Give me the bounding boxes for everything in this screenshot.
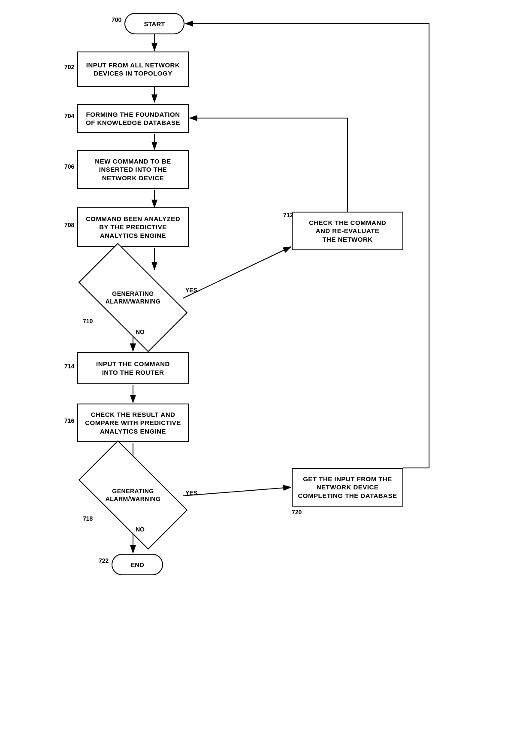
node-716: CHECK THE RESULT ANDCOMPARE WITH PREDICT… [77,404,189,442]
node-704: FORMING THE FOUNDATIONOF KNOWLEDGE DATAB… [77,104,189,133]
node-718-label: GENERATINGALARM/WARNING [106,487,161,503]
node-id-700: 700 [112,16,121,23]
svg-line-6 [183,247,291,298]
node-708: COMMAND BEEN ANALYZEDBY THE PREDICTIVEAN… [77,207,189,247]
node-712-label: CHECK THE COMMANDAND RE-EVALUATETHE NETW… [309,219,386,244]
node-712: CHECK THE COMMANDAND RE-EVALUATETHE NETW… [292,212,403,250]
node-714: INPUT THE COMMANDINTO THE ROUTER [77,352,189,384]
node-720: GET THE INPUT FROM THENETWORK DEVICECOMP… [292,468,403,507]
node-id-708: 708 [64,222,74,228]
node-710-diamond: GENERATINGALARM/WARNING [84,270,182,325]
node-id-722: 722 [99,557,109,564]
node-714-label: INPUT THE COMMANDINTO THE ROUTER [96,360,170,376]
end-node: END [112,554,163,575]
yes2-label: YES [185,489,197,496]
node-702: INPUT FROM ALL NETWORKDEVICES IN TOPOLOG… [77,52,189,87]
node-id-706: 706 [64,163,74,170]
node-704-label: FORMING THE FOUNDATIONOF KNOWLEDGE DATAB… [86,110,180,127]
node-706: NEW COMMAND TO BEINSERTED INTO THENETWOR… [77,150,189,189]
node-id-702: 702 [64,64,74,70]
node-720-label: GET THE INPUT FROM THENETWORK DEVICECOMP… [298,475,397,500]
node-id-714: 714 [64,363,74,370]
node-706-label: NEW COMMAND TO BEINSERTED INTO THENETWOR… [95,157,171,182]
node-id-716: 716 [64,417,74,424]
start-node: START [124,13,184,34]
node-id-712: 712 [283,212,293,219]
start-label: START [144,20,165,27]
node-710-label: GENERATINGALARM/WARNING [106,290,161,305]
node-id-720: 720 [292,509,302,516]
node-id-718: 718 [83,515,93,522]
end-label: END [130,561,144,568]
yes1-label: YES [185,287,197,294]
node-id-710: 710 [83,318,93,325]
no2-label: NO [136,526,145,533]
svg-line-10 [183,487,291,496]
node-702-label: INPUT FROM ALL NETWORKDEVICES IN TOPOLOG… [86,61,180,78]
node-716-label: CHECK THE RESULT ANDCOMPARE WITH PREDICT… [85,410,181,436]
node-708-label: COMMAND BEEN ANALYZEDBY THE PREDICTIVEAN… [86,215,180,240]
node-id-704: 704 [64,112,74,119]
flowchart-diagram: START 700 INPUT FROM ALL NETWORKDEVICES … [0,0,532,756]
no1-label: NO [136,328,145,335]
node-718-diamond: GENERATINGALARM/WARNING [84,467,182,523]
